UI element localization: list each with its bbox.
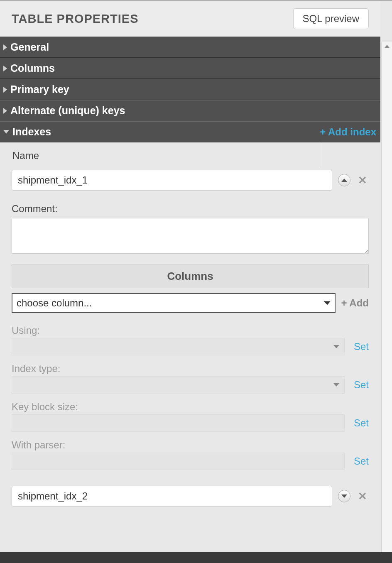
index-row: ✕ [0, 482, 380, 510]
caret-right-icon [3, 66, 7, 71]
chevron-up-icon [341, 179, 347, 182]
caret-right-icon [3, 44, 7, 50]
scroll-up-icon [385, 45, 390, 48]
using-set-link[interactable]: Set [354, 341, 369, 352]
caret-right-icon [3, 108, 7, 114]
columns-subheader: Columns [12, 264, 369, 288]
caret-down-icon [3, 130, 9, 134]
comment-label: Comment: [12, 203, 369, 215]
chevron-down-icon [341, 494, 347, 498]
section-general[interactable]: General [0, 37, 380, 58]
chevron-down-icon [324, 301, 331, 305]
section-label: Alternate (unique) keys [10, 105, 125, 117]
delete-index-button[interactable]: ✕ [356, 174, 369, 187]
index-detail: Comment: Columns choose column... + Add [0, 194, 380, 313]
section-alternate-keys[interactable]: Alternate (unique) keys [0, 100, 380, 121]
with-parser-set-link[interactable]: Set [354, 455, 369, 467]
index-advanced: Using: Set Index type: Set Key block siz… [0, 325, 380, 470]
properties-header: TABLE PROPERTIES SQL preview [0, 1, 380, 37]
index-name-input[interactable] [12, 486, 332, 507]
section-columns[interactable]: Columns [0, 58, 380, 79]
caret-right-icon [3, 87, 7, 93]
index-row: ✕ [0, 166, 380, 194]
add-column-button[interactable]: + Add [341, 297, 369, 309]
add-index-link[interactable]: + Add index [320, 126, 376, 138]
sql-preview-button[interactable]: SQL preview [293, 8, 369, 29]
using-label: Using: [12, 325, 369, 336]
collapse-index-button[interactable] [338, 174, 350, 186]
name-column-header: Name [0, 142, 322, 166]
indexes-body: Name ✕ Comment: Columns choose column...… [0, 142, 380, 510]
section-label: General [10, 41, 49, 53]
section-label: Columns [10, 62, 55, 74]
index-type-label: Index type: [12, 363, 369, 375]
choose-column-select[interactable]: choose column... [12, 293, 336, 313]
using-select[interactable] [12, 338, 345, 355]
key-block-size-set-link[interactable]: Set [354, 417, 369, 429]
choose-column-placeholder: choose column... [17, 297, 92, 308]
with-parser-label: With parser: [12, 439, 369, 451]
panel-title: TABLE PROPERTIES [12, 12, 139, 26]
comment-textarea[interactable] [12, 218, 369, 254]
delete-index-button[interactable]: ✕ [356, 490, 369, 503]
section-label: Indexes [12, 126, 51, 138]
key-block-size-input[interactable] [12, 414, 345, 432]
index-table-header: Name [0, 142, 380, 166]
expand-index-button[interactable] [338, 490, 350, 502]
vertical-scrollbar[interactable] [381, 42, 392, 563]
with-parser-input[interactable] [12, 453, 345, 470]
key-block-size-label: Key block size: [12, 401, 369, 413]
index-type-select[interactable] [12, 376, 345, 394]
section-indexes[interactable]: Indexes + Add index [0, 121, 380, 142]
section-primary-key[interactable]: Primary key [0, 79, 380, 100]
status-bar [0, 552, 392, 563]
index-name-input[interactable] [12, 170, 332, 191]
index-type-set-link[interactable]: Set [354, 379, 369, 391]
section-label: Primary key [10, 83, 69, 95]
